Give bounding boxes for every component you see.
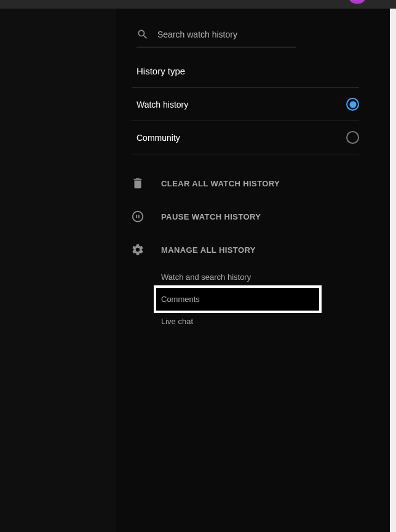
sublink-watch-search-history[interactable]: Watch and search history: [161, 266, 375, 288]
divider: [132, 154, 359, 154]
action-label: CLEAR ALL WATCH HISTORY: [161, 179, 280, 188]
search-input[interactable]: [157, 30, 296, 39]
history-actions: CLEAR ALL WATCH HISTORY PAUSE WATCH HIST…: [137, 170, 375, 332]
clear-watch-history-button[interactable]: CLEAR ALL WATCH HISTORY: [137, 170, 375, 196]
search-icon: [137, 28, 149, 41]
svg-point-0: [133, 212, 143, 222]
pause-icon: [137, 210, 150, 223]
scrollbar[interactable]: [390, 9, 396, 532]
search-container: [137, 25, 296, 47]
sublink-live-chat[interactable]: Live chat: [161, 311, 375, 332]
manage-all-history-button[interactable]: MANAGE ALL HISTORY: [137, 237, 375, 263]
action-label: MANAGE ALL HISTORY: [161, 245, 256, 255]
history-type-community[interactable]: Community: [137, 121, 359, 154]
radio-selected-icon: [346, 98, 359, 111]
manage-sublinks: Watch and search history Comments Live c…: [161, 266, 375, 332]
history-type-heading: History type: [137, 66, 375, 76]
pause-watch-history-button[interactable]: PAUSE WATCH HISTORY: [137, 204, 375, 229]
left-panel: [0, 9, 116, 532]
avatar[interactable]: [349, 0, 366, 4]
top-app-bar: [0, 0, 396, 9]
trash-icon: [137, 177, 150, 190]
history-settings-panel: History type Watch history Community CLE…: [116, 9, 390, 532]
sublink-comments[interactable]: Comments: [156, 288, 319, 311]
action-label: PAUSE WATCH HISTORY: [161, 212, 261, 221]
history-type-watch[interactable]: Watch history: [137, 88, 359, 121]
radio-label: Community: [137, 133, 180, 143]
radio-label: Watch history: [137, 100, 188, 109]
gear-icon: [137, 243, 150, 256]
radio-unselected-icon: [346, 131, 359, 144]
